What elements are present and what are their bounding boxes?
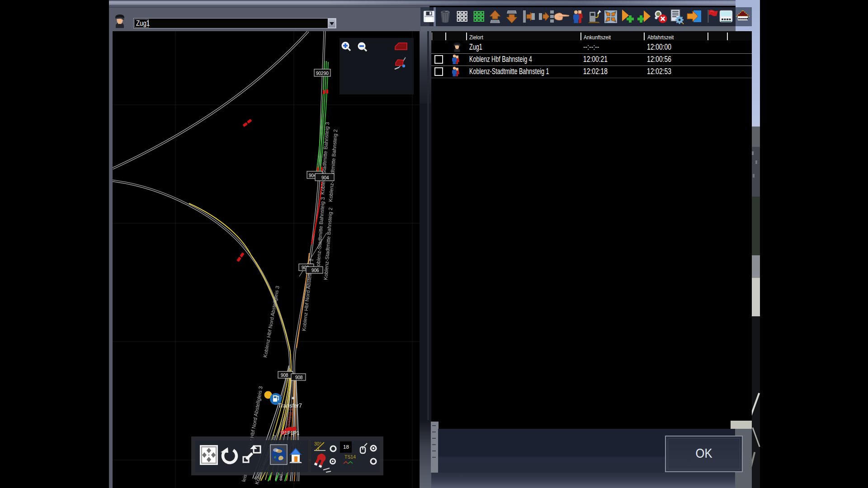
svg-text:90290: 90290 [316, 71, 329, 76]
svg-text:906: 906 [311, 268, 319, 273]
svg-text:904: 904 [321, 175, 329, 180]
svg-text:908: 908 [295, 375, 303, 380]
svg-text:908: 908 [281, 373, 288, 378]
svg-text:Transfer7: Transfer7 [278, 403, 302, 409]
svg-text:TS14: TS14 [344, 454, 356, 460]
svg-text:P1P1P1: P1P1P1 [281, 430, 299, 436]
svg-text:18: 18 [343, 444, 349, 450]
